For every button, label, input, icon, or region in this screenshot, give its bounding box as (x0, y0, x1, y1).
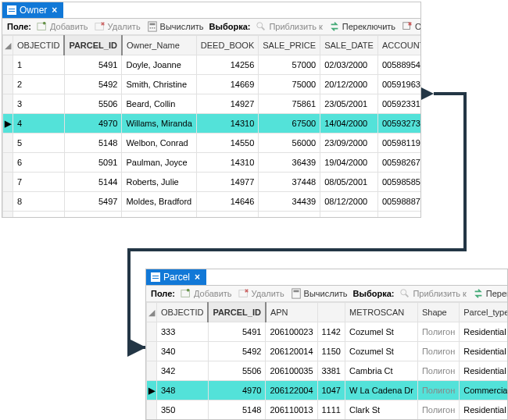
cell[interactable]: 00598119 (377, 133, 420, 153)
cell[interactable]: 14256 (196, 55, 258, 75)
cell[interactable]: Welbon, Conrad (122, 133, 196, 153)
cell[interactable]: 14977 (196, 173, 258, 192)
cell[interactable]: 14927 (196, 94, 258, 114)
cell[interactable]: 5501 (64, 212, 122, 218)
row-handle[interactable] (147, 400, 157, 420)
row-handle[interactable]: ▶ (3, 114, 13, 133)
select-all-handle[interactable]: ◢ (147, 303, 157, 322)
cell[interactable]: 00593273 (377, 114, 420, 133)
cell[interactable]: 05/11/2000 (320, 212, 378, 218)
cell[interactable]: 5491 (64, 55, 122, 75)
cell[interactable]: 00598267 (377, 153, 420, 173)
cell[interactable]: 19/04/2000 (320, 153, 378, 173)
cell[interactable]: Doyle, Joanne (122, 55, 196, 75)
cell[interactable]: 9 (13, 212, 65, 218)
table-row[interactable]: 55148Welbon, Conrad145505600023/09/20000… (3, 133, 421, 153)
cell[interactable]: 37448 (259, 173, 320, 192)
cell[interactable]: 5144 (64, 173, 122, 192)
cell[interactable]: Clark St (345, 400, 417, 420)
cell[interactable]: 5492 (64, 75, 122, 94)
cell[interactable]: Cozumel St (345, 342, 417, 361)
column-header[interactable]: PARCEL_ID (64, 36, 122, 55)
cell[interactable]: 00591963 (377, 75, 420, 94)
cell[interactable]: 36439 (259, 153, 320, 173)
cell[interactable]: Residential (460, 342, 507, 361)
cell[interactable]: 00588954 (377, 55, 420, 75)
column-header[interactable]: SALE_DATE (320, 36, 378, 55)
column-header[interactable]: ACCOUNT (377, 36, 420, 55)
calculate-button[interactable]: Вычислить (288, 287, 350, 300)
cell[interactable]: 75861 (259, 94, 320, 114)
parcel-tab[interactable]: Parcel × (146, 269, 206, 285)
table-row[interactable]: 15491Doyle, Joanne142565700002/03/200000… (3, 55, 421, 75)
cell[interactable]: 4970 (208, 381, 266, 400)
column-header[interactable]: Owner_Name (122, 36, 196, 55)
cell[interactable]: 8 (13, 192, 65, 212)
row-handle[interactable] (3, 192, 13, 212)
table-row[interactable]: 25492Smith, Christine146697500020/12/200… (3, 75, 421, 94)
cell[interactable]: 57000 (259, 55, 320, 75)
cell[interactable]: 340 (157, 342, 209, 361)
column-header[interactable]: METROSCAN (345, 303, 417, 322)
cell[interactable]: Residential (460, 322, 507, 342)
row-handle[interactable] (3, 75, 13, 94)
column-header[interactable]: Shape (417, 303, 459, 322)
table-row[interactable]: 95501Jones, Lori146454143905/11/20000059… (3, 212, 421, 218)
row-handle[interactable]: ▶ (147, 381, 157, 400)
cell[interactable]: 67500 (259, 114, 320, 133)
cell[interactable]: 00598585 (377, 173, 420, 192)
row-handle[interactable] (3, 153, 13, 173)
cell[interactable]: 14669 (196, 75, 258, 94)
cell[interactable]: 20/12/2000 (320, 75, 378, 94)
cell[interactable]: 3 (13, 94, 65, 114)
cell[interactable]: Jones, Lori (122, 212, 196, 218)
cell[interactable]: Beard, Collin (122, 94, 196, 114)
cell[interactable]: 14310 (196, 114, 258, 133)
cell[interactable]: 348 (157, 381, 209, 400)
owner-grid[interactable]: ◢OBJECTIDPARCEL_IDOwner_NameDEED_BOOKSAL… (2, 35, 420, 217)
cell[interactable]: 6 (13, 153, 65, 173)
column-header[interactable] (317, 303, 345, 322)
cell[interactable]: 4 (13, 114, 65, 133)
clear-selection-button[interactable]: Очистить (399, 20, 420, 33)
cell[interactable]: Полигон (417, 361, 459, 381)
cell[interactable]: Cambria Ct (345, 361, 417, 381)
cell[interactable]: 5491 (208, 322, 266, 342)
delete-field-button[interactable]: Удалить (236, 287, 287, 300)
add-field-button[interactable]: Добавить (178, 287, 234, 300)
cell[interactable]: 00592331 (377, 94, 420, 114)
cell[interactable]: 5492 (208, 342, 266, 361)
cell[interactable]: 342 (157, 361, 209, 381)
table-row[interactable]: 75144Roberts, Julie149773744808/05/20010… (3, 173, 421, 192)
cell[interactable]: 350 (157, 400, 209, 420)
cell[interactable]: 1 (13, 55, 65, 75)
cell[interactable]: 3381 (317, 361, 345, 381)
cell[interactable]: 14645 (196, 212, 258, 218)
column-header[interactable]: DEED_BOOK (196, 36, 258, 55)
column-header[interactable]: APN (266, 303, 317, 322)
add-field-button[interactable]: Добавить (34, 20, 91, 33)
cell[interactable]: Smith, Christine (122, 75, 196, 94)
cell[interactable]: Cozumel St (345, 322, 417, 342)
cell[interactable]: Полигон (417, 400, 459, 420)
switch-selection-button[interactable]: Переключить (327, 20, 398, 33)
cell[interactable]: W La Cadena Dr (345, 381, 417, 400)
cell[interactable]: 14/04/2000 (320, 114, 378, 133)
close-icon[interactable]: × (50, 5, 59, 16)
cell[interactable]: 23/09/2000 (320, 133, 378, 153)
cell[interactable]: 23/05/2001 (320, 94, 378, 114)
cell[interactable]: 5 (13, 133, 65, 153)
cell[interactable]: 206110013 (266, 400, 317, 420)
table-row[interactable]: 35051482061100131111Clark StПолигонResid… (147, 400, 508, 420)
table-row[interactable]: ▶34849702061220041047W La Cadena DrПолиг… (147, 381, 508, 400)
cell[interactable]: Residential (460, 400, 507, 420)
cell[interactable]: 2 (13, 75, 65, 94)
cell[interactable]: 14646 (196, 192, 258, 212)
cell[interactable]: 00598887 (377, 192, 420, 212)
row-handle[interactable] (147, 342, 157, 361)
cell[interactable]: 75000 (259, 75, 320, 94)
cell[interactable]: 5506 (64, 94, 122, 114)
cell[interactable]: 7 (13, 173, 65, 192)
row-handle[interactable] (3, 133, 13, 153)
cell[interactable]: 333 (157, 322, 209, 342)
